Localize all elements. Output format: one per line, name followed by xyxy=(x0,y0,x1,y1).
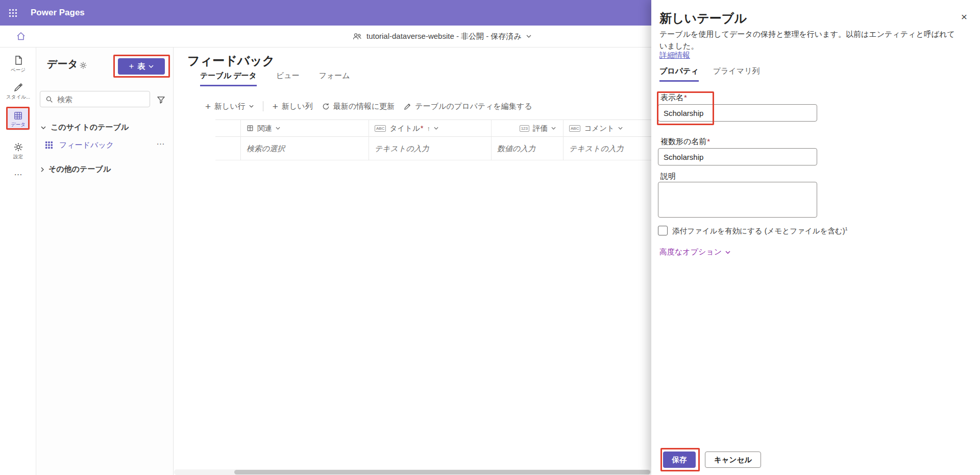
new-column-button[interactable]: + 新しい列 xyxy=(273,102,313,111)
plus-icon: + xyxy=(205,102,211,111)
tab-forms[interactable]: フォーム xyxy=(319,71,350,86)
rail-item-pages[interactable]: ページ xyxy=(0,55,36,74)
advanced-options-link[interactable]: 高度なオプション xyxy=(659,247,730,257)
column-separator xyxy=(563,120,564,160)
text-type-icon: ABC xyxy=(375,125,386,132)
enable-attachments-label: 添付ファイルを有効にする (メモとファイルを含む)1 xyxy=(672,226,847,236)
table-search-box xyxy=(40,91,150,107)
rail-item-styling[interactable]: スタイル... xyxy=(0,82,36,101)
sort-ascending-icon: ↑ xyxy=(427,125,430,132)
home-button[interactable] xyxy=(12,29,30,44)
tab-properties[interactable]: プロパティ xyxy=(659,66,699,82)
tab-primary-column[interactable]: プライマリ列 xyxy=(713,66,760,82)
filter-button[interactable] xyxy=(153,93,168,106)
waffle-icon xyxy=(9,9,17,17)
refresh-icon xyxy=(322,103,330,110)
chevron-right-icon xyxy=(41,167,44,172)
column-header-rating[interactable]: 123 評価 xyxy=(491,120,556,137)
enable-attachments-checkbox[interactable] xyxy=(658,226,668,235)
cancel-button[interactable]: キャンセル xyxy=(705,452,761,468)
column-header-label: コメント xyxy=(584,124,614,133)
section-other-tables[interactable]: その他のテーブル xyxy=(41,164,111,174)
data-settings-button[interactable] xyxy=(79,61,87,69)
ellipsis-icon: … xyxy=(14,169,22,176)
column-header-related[interactable]: 関連 xyxy=(247,120,364,137)
dialog-close-button[interactable]: × xyxy=(957,9,972,25)
plus-icon: + xyxy=(273,102,278,111)
column-header-label: 関連 xyxy=(257,124,272,133)
tab-views[interactable]: ビュー xyxy=(276,71,300,86)
column-header-title[interactable]: ABC タイトル* ↑ xyxy=(375,120,487,137)
tab-table-data[interactable]: テーブル データ xyxy=(200,71,257,86)
people-icon xyxy=(352,32,362,41)
required-indicator: * xyxy=(707,137,710,146)
table-grid-icon xyxy=(45,141,53,149)
site-switcher[interactable]: tutorial-dataverse-website - 非公開 - 保存済み xyxy=(352,26,531,47)
column-header-label: 評価 xyxy=(533,124,548,133)
plural-name-input[interactable] xyxy=(658,148,817,165)
gear-icon xyxy=(79,61,87,69)
data-table-icon xyxy=(13,111,23,121)
table-item-feedback[interactable]: フィードバック xyxy=(36,136,174,154)
chevron-down-icon xyxy=(249,105,254,108)
rail-item-settings[interactable]: 設定 xyxy=(0,142,36,160)
edit-properties-label: テーブルのプロパティを編集する xyxy=(415,102,532,111)
required-indicator: * xyxy=(684,93,687,102)
app-title: Power Pages xyxy=(31,8,85,18)
cell-rating-placeholder[interactable]: 数値の入力 xyxy=(497,137,558,160)
rail-item-data-selected[interactable]: データ xyxy=(7,109,30,130)
dialog-description: テーブルを使用してデータの保持と整理を行います。以前はエンティティと呼ばれていま… xyxy=(659,29,962,52)
new-table-button[interactable]: + 表 xyxy=(118,58,165,75)
chevron-down-icon xyxy=(41,126,46,129)
plural-name-label: 複数形の名前* xyxy=(660,137,710,147)
section-label: その他のテーブル xyxy=(48,164,111,174)
gear-icon xyxy=(13,142,23,152)
new-row-label: 新しい行 xyxy=(214,102,246,111)
refresh-button[interactable]: 最新の情報に更新 xyxy=(322,102,395,111)
chevron-down-icon xyxy=(526,35,531,38)
left-icon-rail: ページ スタイル... データ 設定 … xyxy=(0,48,36,475)
table-search-input[interactable] xyxy=(57,95,139,104)
cell-related-placeholder[interactable]: 検索の選択 xyxy=(247,137,364,160)
chevron-down-icon xyxy=(149,65,154,68)
table-item-more-button[interactable]: … xyxy=(156,137,165,147)
app-launcher-button[interactable] xyxy=(0,0,26,26)
footnote-superscript: 1 xyxy=(845,226,847,231)
description-textarea[interactable] xyxy=(658,182,817,218)
page-icon xyxy=(13,55,23,65)
rail-item-more[interactable]: … xyxy=(0,169,36,176)
display-name-input[interactable] xyxy=(658,104,817,122)
rail-label: スタイル... xyxy=(6,94,30,101)
column-header-label: タイトル* xyxy=(389,124,423,133)
column-separator xyxy=(240,120,241,160)
grid-toolbar: + 新しい行 + 新しい列 最新の情報に更新 テーブルのプロパティを編集する xyxy=(205,99,532,113)
section-label: このサイトのテーブル xyxy=(51,123,129,132)
dialog-tabs: プロパティ プライマリ列 xyxy=(659,66,760,82)
new-table-dialog: 新しいテーブル × テーブルを使用してデータの保持と整理を行います。以前はエンテ… xyxy=(651,0,980,475)
chevron-down-icon xyxy=(434,127,438,130)
column-header-comment[interactable]: ABC コメント xyxy=(569,120,651,137)
search-icon xyxy=(45,96,53,103)
power-pages-studio: Power Pages tutorial-dataverse-website -… xyxy=(0,0,980,475)
chevron-down-icon xyxy=(276,127,280,130)
learn-more-link[interactable]: 詳細情報 xyxy=(659,51,690,60)
description-label: 説明 xyxy=(660,172,676,181)
save-button[interactable]: 保存 xyxy=(663,452,696,468)
data-panel xyxy=(36,48,174,475)
main-tabs: テーブル データ ビュー フォーム xyxy=(200,71,350,86)
paintbrush-icon xyxy=(13,82,23,92)
data-panel-title: データ xyxy=(47,57,78,71)
cell-comment-placeholder[interactable]: テキストの入力 xyxy=(569,137,648,160)
horizontal-scrollbar-thumb[interactable] xyxy=(234,470,650,474)
refresh-label: 最新の情報に更新 xyxy=(333,102,395,111)
dialog-title: 新しいテーブル xyxy=(659,10,747,27)
chevron-down-icon xyxy=(551,127,556,130)
new-row-button[interactable]: + 新しい行 xyxy=(205,102,254,111)
section-site-tables[interactable]: このサイトのテーブル xyxy=(41,123,129,132)
cell-title-placeholder[interactable]: テキストの入力 xyxy=(375,137,487,160)
edit-table-properties-button[interactable]: テーブルのプロパティを編集する xyxy=(404,102,532,111)
table-item-label: フィードバック xyxy=(59,140,114,150)
column-separator xyxy=(369,120,369,160)
new-table-button-label: 表 xyxy=(137,62,145,72)
page-title: フィードバック xyxy=(187,53,275,69)
